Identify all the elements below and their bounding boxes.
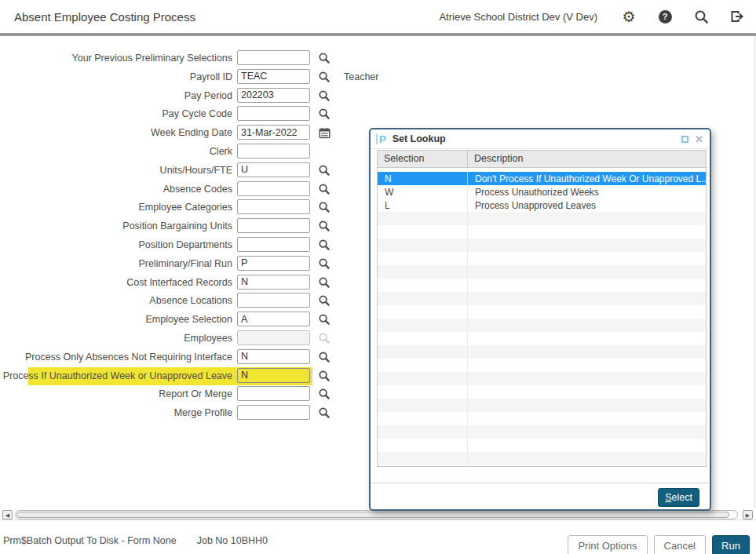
- field-input[interactable]: [237, 293, 310, 308]
- search-lookup-icon[interactable]: [317, 70, 331, 84]
- lookup-row-selection: [378, 332, 468, 345]
- lookup-row-selection: [378, 319, 468, 332]
- column-header-description: Description: [468, 151, 706, 167]
- form-field-row: Pay Period: [0, 88, 440, 105]
- search-icon[interactable]: [693, 9, 709, 24]
- run-button[interactable]: Run: [712, 535, 750, 554]
- search-lookup-icon[interactable]: [317, 182, 331, 196]
- field-input[interactable]: [237, 218, 310, 233]
- scrollbar-thumb[interactable]: [16, 512, 729, 518]
- dialog-titlebar[interactable]: P Set Lookup ✕: [371, 129, 710, 149]
- search-lookup-icon[interactable]: [317, 200, 331, 214]
- lookup-row-selection: [378, 425, 468, 439]
- field-label: Process If Unauthorized Week or Unapprov…: [0, 370, 232, 381]
- search-lookup-icon[interactable]: [317, 312, 331, 326]
- sign-out-icon[interactable]: [729, 9, 745, 24]
- lookup-row-selection: [378, 372, 468, 385]
- search-lookup-icon[interactable]: [317, 257, 331, 271]
- search-lookup-icon[interactable]: [317, 350, 331, 364]
- lookup-row-selection: [378, 345, 468, 359]
- column-header-selection: Selection: [378, 151, 468, 167]
- lookup-row-description: Don't Process If Unauthorized Week Or Un…: [468, 173, 706, 184]
- lookup-row-selection: [378, 292, 468, 305]
- lookup-empty-row: [378, 465, 706, 467]
- search-lookup-icon[interactable]: [317, 387, 331, 401]
- lookup-row-selection: N: [378, 172, 468, 185]
- lookup-row-selection: [378, 252, 468, 265]
- settings-gear-icon[interactable]: ⚙: [621, 9, 637, 24]
- field-label: Position Bargaining Units: [0, 221, 232, 231]
- help-icon[interactable]: ?: [657, 9, 673, 24]
- search-lookup-icon[interactable]: [317, 89, 331, 103]
- lookup-row-selection: L: [378, 199, 468, 212]
- select-button[interactable]: Select: [658, 488, 699, 507]
- field-input[interactable]: [237, 162, 310, 177]
- field-label: Cost Interfaced Records: [0, 277, 232, 288]
- lookup-row[interactable]: W Process Unauthorized Weeks: [378, 185, 706, 199]
- field-label: Employees: [0, 333, 232, 344]
- lookup-table: Selection Description N Don't Process If…: [377, 150, 707, 467]
- search-lookup-icon[interactable]: [317, 219, 331, 233]
- field-label: Clerk: [0, 146, 232, 157]
- lookup-row-description: Process Unapproved Leaves: [468, 200, 706, 211]
- field-input[interactable]: [237, 69, 310, 84]
- lookup-row[interactable]: L Process Unapproved Leaves: [378, 199, 706, 212]
- field-input[interactable]: [237, 312, 310, 326]
- field-input[interactable]: [237, 349, 310, 364]
- scroll-right-arrow-icon[interactable]: ▶: [743, 510, 753, 519]
- field-input[interactable]: [237, 237, 310, 252]
- lookup-row-selection: [378, 439, 468, 452]
- scrollbar-track[interactable]: [15, 510, 738, 519]
- lookup-empty-row: [378, 305, 706, 319]
- lookup-row[interactable]: N Don't Process If Unauthorized Week Or …: [378, 172, 706, 185]
- field-label: Pay Period: [0, 90, 232, 101]
- search-lookup-icon[interactable]: [317, 107, 331, 121]
- lookup-row-selection: [378, 239, 468, 252]
- header-right-cluster: Atrieve School District Dev (V Dev) ⚙ ?: [439, 0, 745, 33]
- app-header: Absent Employee Costing Process Atrieve …: [0, 0, 756, 33]
- print-options-button[interactable]: Print Options: [568, 535, 647, 554]
- field-input[interactable]: [237, 181, 310, 196]
- field-input[interactable]: [237, 50, 310, 65]
- lookup-empty-row: [378, 345, 706, 359]
- search-lookup-icon[interactable]: [317, 406, 331, 420]
- lookup-row-selection: [378, 359, 468, 372]
- horizontal-scrollbar: ◀ ▶: [0, 509, 756, 520]
- status-text: Prm$Batch Output To Disk - Form None Job…: [3, 535, 268, 546]
- page-title: Absent Employee Costing Process: [14, 10, 195, 24]
- field-input[interactable]: [237, 256, 310, 271]
- calendar-icon[interactable]: [317, 126, 331, 140]
- close-icon[interactable]: ✕: [695, 134, 703, 144]
- field-input[interactable]: [237, 199, 310, 214]
- search-lookup-icon[interactable]: [317, 238, 331, 252]
- lookup-row-selection: [378, 305, 468, 319]
- field-input[interactable]: [237, 125, 310, 140]
- lookup-row-description: Process Unauthorized Weeks: [468, 187, 706, 198]
- search-lookup-icon[interactable]: [317, 275, 331, 290]
- lookup-row-selection: [378, 265, 468, 279]
- search-lookup-icon[interactable]: [317, 369, 331, 383]
- cancel-button[interactable]: Cancel: [654, 535, 706, 554]
- lookup-row-selection: [378, 212, 468, 225]
- field-input[interactable]: [237, 88, 310, 103]
- field-input[interactable]: [237, 368, 310, 383]
- field-label: Merge Profile: [0, 407, 232, 418]
- field-label: Units/Hours/FTE: [0, 165, 232, 176]
- lookup-empty-row: [378, 385, 706, 399]
- lookup-table-header: Selection Description: [378, 151, 706, 168]
- field-input[interactable]: [237, 386, 310, 401]
- search-lookup-icon[interactable]: [317, 293, 331, 308]
- lookup-empty-row: [378, 252, 706, 265]
- field-label: Your Previous Preliminary Selections: [0, 53, 232, 64]
- field-input[interactable]: [237, 275, 310, 290]
- field-input[interactable]: [237, 405, 310, 420]
- lookup-empty-row: [378, 319, 706, 332]
- field-input[interactable]: [237, 144, 310, 159]
- maximize-icon[interactable]: [681, 136, 688, 143]
- field-input[interactable]: [237, 106, 310, 121]
- form-field-row: Payroll ID Teacher: [0, 69, 440, 86]
- search-lookup-icon[interactable]: [317, 51, 331, 65]
- field-input[interactable]: [237, 330, 310, 345]
- scroll-left-arrow-icon[interactable]: ◀: [2, 510, 13, 519]
- search-lookup-icon[interactable]: [317, 163, 331, 177]
